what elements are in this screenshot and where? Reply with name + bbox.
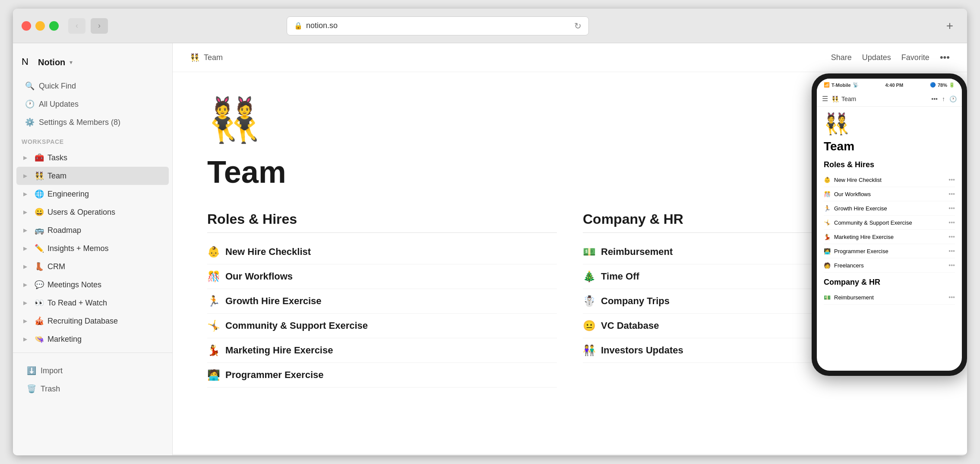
phone-history-icon[interactable]: 🕐 xyxy=(949,95,957,102)
phone-breadcrumb: 👯 Team xyxy=(831,95,928,102)
minimize-button[interactable] xyxy=(35,21,45,31)
sidebar-item-roadmap[interactable]: ▶ 🚌 Roadmap xyxy=(16,221,169,239)
list-item[interactable]: 👶 New Hire Checklist xyxy=(207,240,557,264)
item-label: Our Workflows xyxy=(225,271,293,282)
workspace-section-label: WORKSPACE xyxy=(13,131,172,149)
phone-list-item[interactable]: 💃 Marketing Hire Exercise ••• xyxy=(824,230,955,244)
tasks-label: Tasks xyxy=(47,153,67,162)
item-emoji: 🎄 xyxy=(583,270,596,283)
reload-button[interactable]: ↻ xyxy=(574,21,582,31)
sidebar-item-tasks[interactable]: ▶ 🧰 Tasks xyxy=(16,149,169,167)
sidebar-item-import[interactable]: ⬇️ Import xyxy=(22,362,164,380)
sidebar-item-settings[interactable]: ⚙️ Settings & Members (8) xyxy=(16,113,169,131)
phone-list-item[interactable]: 🧑‍💻 Programmer Exercise ••• xyxy=(824,244,955,258)
phone-item-label: Reimbursement xyxy=(834,294,874,301)
sidebar-item-trash[interactable]: 🗑️ Trash xyxy=(22,380,164,398)
phone-battery: 🔵 78% 🔋 xyxy=(930,82,955,88)
phone-item-left: 🤸 Community & Support Exercise xyxy=(824,219,912,226)
phone-mockup: 📶 T-Mobile 📡 4:40 PM 🔵 78% 🔋 xyxy=(812,73,967,376)
phone-item-left: 💃 Marketing Hire Exercise xyxy=(824,234,894,240)
main-content: 👯 Team Share Updates Favorite ••• 👯 Team xyxy=(173,43,967,455)
phone-list-item[interactable]: 🏃 Growth Hire Exercise ••• xyxy=(824,201,955,216)
list-item[interactable]: 💃 Marketing Hire Exercise xyxy=(207,338,557,363)
phone-list-item[interactable]: 👶 New Hire Checklist ••• xyxy=(824,173,955,187)
phone-carrier: 📶 T-Mobile 📡 xyxy=(824,82,859,88)
list-item[interactable]: 🤸 Community & Support Exercise xyxy=(207,314,557,338)
item-emoji: 🤸 xyxy=(207,320,220,332)
crm-label: CRM xyxy=(47,262,65,271)
new-tab-button[interactable]: + xyxy=(941,17,958,35)
insights-emoji: ✏️ xyxy=(35,244,44,253)
item-emoji: 🎊 xyxy=(207,270,220,283)
import-icon: ⬇️ xyxy=(27,366,36,375)
workspace-name: Notion xyxy=(38,57,65,67)
phone-content: 👯 Team Roles & Hires 👶 New Hire Checklis… xyxy=(817,107,962,371)
phone-item-emoji: 👶 xyxy=(824,177,831,183)
breadcrumb-emoji: 👯 xyxy=(190,53,199,62)
phone-share-icon[interactable]: ↑ xyxy=(942,95,945,102)
settings-icon: ⚙️ xyxy=(25,118,35,127)
phone-list-item[interactable]: 🧑 Freelancers ••• xyxy=(824,258,955,273)
hamburger-icon[interactable]: ☰ xyxy=(822,95,828,103)
phone-time: 4:40 PM xyxy=(885,83,904,88)
item-label: Investors Updates xyxy=(601,345,683,356)
more-options-button[interactable]: ••• xyxy=(940,52,950,63)
sidebar-item-marketing[interactable]: ▶ 👒 Marketing xyxy=(16,330,169,348)
phone-item-label: Programmer Exercise xyxy=(834,248,888,254)
sidebar-item-recruiting[interactable]: ▶ 🎪 Recruiting Database xyxy=(16,312,169,330)
sidebar-item-insights[interactable]: ▶ ✏️ Insights + Memos xyxy=(16,239,169,257)
item-emoji: 💃 xyxy=(207,344,220,356)
back-button[interactable]: ‹ xyxy=(68,18,85,34)
sidebar-item-meetings[interactable]: ▶ 💬 Meetings Notes xyxy=(16,276,169,294)
page-header: 👯 Team Share Updates Favorite ••• xyxy=(173,43,967,72)
item-label: Programmer Exercise xyxy=(225,369,323,381)
recruiting-emoji: 🎪 xyxy=(35,316,44,326)
team-emoji: 👯 xyxy=(35,171,44,181)
favorite-button[interactable]: Favorite xyxy=(901,53,929,62)
share-button[interactable]: Share xyxy=(831,53,852,62)
tree-arrow-icon: ▶ xyxy=(23,300,31,306)
breadcrumb: 👯 Team xyxy=(190,53,223,62)
address-bar[interactable]: 🔒 notion.so ↻ xyxy=(287,16,589,35)
phone-item-more[interactable]: ••• xyxy=(948,219,955,226)
phone-item-more[interactable]: ••• xyxy=(948,262,955,269)
close-button[interactable] xyxy=(22,21,31,31)
sidebar-item-users-ops[interactable]: ▶ 😀 Users & Operations xyxy=(16,203,169,221)
list-item[interactable]: 🏃 Growth Hire Exercise xyxy=(207,289,557,314)
marketing-emoji: 👒 xyxy=(35,334,44,344)
phone-list-item[interactable]: 🎊 Our Workflows ••• xyxy=(824,187,955,201)
sidebar-item-to-read[interactable]: ▶ 👀 To Read + Watch xyxy=(16,294,169,312)
item-label: Reimbursement xyxy=(601,246,673,257)
phone-item-more[interactable]: ••• xyxy=(948,233,955,240)
tree-arrow-icon: ▶ xyxy=(23,336,31,342)
sidebar-item-all-updates[interactable]: 🕐 All Updates xyxy=(16,95,169,113)
sidebar-item-team[interactable]: ▶ 👯 Team xyxy=(16,167,169,185)
phone-item-more[interactable]: ••• xyxy=(948,176,955,183)
phone-list-item[interactable]: 💵 Reimbursement ••• xyxy=(824,290,955,305)
tree-arrow-icon: ▶ xyxy=(23,173,31,179)
phone-item-more[interactable]: ••• xyxy=(948,248,955,254)
toread-label: To Read + Watch xyxy=(47,299,107,308)
sidebar-header[interactable]: N Notion ▾ xyxy=(13,52,172,77)
tree-arrow-icon: ▶ xyxy=(23,227,31,233)
phone-more-icon[interactable]: ••• xyxy=(931,95,938,102)
maximize-button[interactable] xyxy=(49,21,59,31)
updates-button[interactable]: Updates xyxy=(862,53,891,62)
phone-item-more[interactable]: ••• xyxy=(948,191,955,197)
item-emoji: 💵 xyxy=(583,246,596,258)
browser-window: ‹ › 🔒 notion.so ↻ + N Notion ▾ 🔍 Quick F… xyxy=(13,9,967,455)
phone-item-more[interactable]: ••• xyxy=(948,294,955,301)
sidebar-item-quick-find[interactable]: 🔍 Quick Find xyxy=(16,77,169,95)
list-item[interactable]: 🧑‍💻 Programmer Exercise xyxy=(207,363,557,388)
phone-item-left: 🧑 Freelancers xyxy=(824,262,864,269)
phone-list-item[interactable]: 🤸 Community & Support Exercise ••• xyxy=(824,216,955,230)
phone-item-more[interactable]: ••• xyxy=(948,205,955,212)
sidebar-item-crm[interactable]: ▶ 👢 CRM xyxy=(16,257,169,276)
forward-button[interactable]: › xyxy=(91,18,108,34)
lock-icon: 🔒 xyxy=(294,22,303,30)
phone-item-label: Marketing Hire Exercise xyxy=(834,234,894,240)
item-emoji: 😐 xyxy=(583,320,596,332)
sidebar-item-engineering[interactable]: ▶ 🌐 Engineering xyxy=(16,185,169,203)
list-item[interactable]: 🎊 Our Workflows xyxy=(207,264,557,289)
tree-arrow-icon: ▶ xyxy=(23,318,31,324)
